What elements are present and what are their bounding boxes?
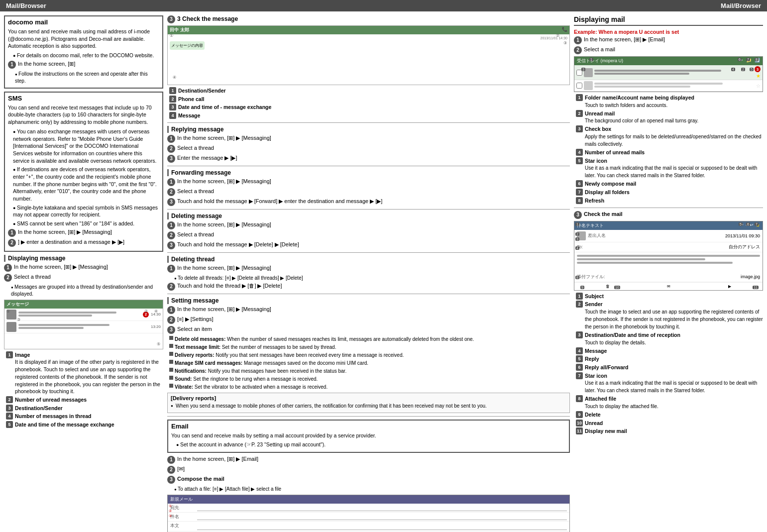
email-action-bar: 🗑 ✉ ▶ xyxy=(574,282,763,290)
attachment-row: 添付ファイル: image.jpg xyxy=(574,272,763,282)
check-ann-3: 3 Date and time of - message exchange xyxy=(169,104,570,111)
header-right-title: Mail/Browser xyxy=(721,2,761,9)
sms-bullet-4: SMS cannot be sent when "186" or "184" i… xyxy=(8,220,159,227)
to-row: To: 自分のアドレス xyxy=(574,242,763,252)
rep-step2-text: Select a thread xyxy=(177,145,214,151)
email-list-container: 受信トレイ (mopera U) ✏ 📁 🔄 3 xyxy=(574,56,763,92)
docomo-step1-detail: Follow the instructions on the screen an… xyxy=(8,71,159,85)
badge-num-5: ⑤ xyxy=(157,342,160,346)
sender-row: 差出人名 2013/11/01 09:30 xyxy=(574,230,763,242)
sq-icon-4 xyxy=(169,360,173,364)
compose-to-input[interactable] xyxy=(197,505,567,511)
rep-step1: 1 In the home screen, [⊞] ▶ [Messaging] xyxy=(167,135,570,143)
set-item-3: Delivery reports: Notify you that sent m… xyxy=(169,352,570,359)
mail-ann-7-label: Display all folders xyxy=(585,189,630,196)
delt-step1-sub: To delete all threads: [≡] ▶ [Delete all… xyxy=(167,275,570,282)
set-step1-text: In the home screen, [⊞] ▶ [Messaging] xyxy=(177,306,271,313)
mail-list-annotations: 1 Folder name/Account name being display… xyxy=(576,94,763,205)
compose-subject-label: 件名 xyxy=(170,514,195,520)
del-step3: 3 Touch and hold the message ▶ [Delete] … xyxy=(167,241,570,249)
compose-subject-input[interactable] xyxy=(197,514,567,520)
ann-dest-sender: 3 Destination/Sender xyxy=(6,405,163,412)
next-mail-action[interactable]: ▶ xyxy=(728,284,731,289)
sq-icon-sound xyxy=(169,376,173,380)
mail-ann-7: 7 Display all folders xyxy=(576,189,763,196)
email-bullet: Set the account in advance (☞P. 23 "Sett… xyxy=(171,441,566,448)
mail-ann-5-label: Star iconUse it as a mark indicating tha… xyxy=(585,157,763,180)
set-item-vibrate-text: Vibrate: Set the vibrator to be activate… xyxy=(175,384,328,391)
set-item-5: Notifications: Notify you that messages … xyxy=(169,368,570,375)
sms-timestamp: 2013/11/01 14:30 xyxy=(170,36,567,40)
del-step3-text: Touch and hold the message ▶ [Delete] ▶ … xyxy=(177,241,299,248)
ann-image: 1 Image It is displayed if an image of t… xyxy=(6,351,163,395)
set-step2-text: [≡] ▶ [Settings] xyxy=(177,316,214,322)
disp-step1-num: 1 xyxy=(4,264,12,272)
detail-badge-5: 5 xyxy=(739,222,743,226)
email-folder-name: 受信トレイ (mopera U) xyxy=(577,58,623,64)
divider-6 xyxy=(167,416,570,417)
del-step1-text: In the home screen, [⊞] ▶ [Messaging] xyxy=(177,221,271,228)
attachment-label: 添付ファイル: xyxy=(577,274,605,280)
email-star-2[interactable]: ☆ xyxy=(756,83,761,89)
to-value: 自分のアドレス xyxy=(729,244,760,250)
disp-step1-text: In the home screen, [⊞] ▶ [Messaging] xyxy=(14,264,108,270)
sms-screen-header: メッセージ xyxy=(4,300,163,309)
compose-header: 新規メール xyxy=(168,495,569,504)
docomo-step1: 1 In the home screen, [⊞] xyxy=(8,61,159,69)
disp-step2-num: 2 xyxy=(4,274,12,282)
sq-icon-3 xyxy=(169,352,173,356)
right-column: Displaying mail Example: When a mopera U… xyxy=(574,15,763,532)
del-step2-text: Select a thread xyxy=(177,231,214,237)
right-step3-text: Check the mail xyxy=(584,211,623,217)
sms-sender-name: 田中 太郎 xyxy=(170,27,189,33)
cmail-ann-5: 5 Reply xyxy=(576,355,763,363)
right-step2: 2 Select a mail xyxy=(574,46,763,54)
thread-msg-line-2 xyxy=(18,327,84,329)
cmail-ann-6-label: Reply all/Forward xyxy=(585,364,629,371)
right-badge-8: 8 xyxy=(755,58,759,61)
docomo-mail-desc: You can send and receive mails using mai… xyxy=(8,28,159,50)
detail-badge-10: 10 xyxy=(614,286,620,289)
right-step1-text: In the home screen, [⊞] ▶ [Email] xyxy=(584,36,665,43)
delete-action[interactable]: 🗑 xyxy=(606,284,610,289)
right-step1: 1 In the home screen, [⊞] ▶ [Email] xyxy=(574,36,763,44)
sms-bullet-2: If destinations are devices of overseas … xyxy=(8,166,159,202)
cmail-ann-11-label: Display new mail xyxy=(585,427,627,435)
divider-1 xyxy=(167,122,570,123)
divider-5 xyxy=(167,294,570,294)
cmail-ann-9-label: Delete xyxy=(585,411,601,419)
right-step3: 3 Check the mail xyxy=(574,211,763,219)
set-item-4-text: Manage SIM card messages: Manage message… xyxy=(175,360,368,367)
set-item-1-text: Delete old messages: When the number of … xyxy=(175,336,474,343)
mail-ann-3: 3 Check boxApply the settings for mails … xyxy=(576,125,763,148)
delivery-title: [Delivery reports] xyxy=(171,395,566,401)
page-content: docomo mail You can send and receive mai… xyxy=(0,11,767,532)
check-ann-4-label: Message xyxy=(178,112,200,119)
fwd-step1-text: In the home screen, [⊞] ▶ [Messaging] xyxy=(177,178,271,185)
cmail-ann-3-label: Destination/Date and time of receptionTo… xyxy=(585,331,680,346)
sms-detail-body: 2013/11/01 14:30 メッセージの内容 ① ② ③ ④ xyxy=(168,34,569,52)
set-step3: 3 Select an item xyxy=(167,326,570,334)
compose-body-input[interactable] xyxy=(197,523,567,530)
step-number-1: 1 xyxy=(8,61,16,69)
unread-action[interactable]: ✉ xyxy=(667,284,670,289)
divider-4 xyxy=(167,252,570,253)
set-item-1: Delete old messages: When the number of … xyxy=(169,336,570,343)
disp-step1-row: 1 In the home screen, [⊞] ▶ [Messaging] xyxy=(4,264,163,272)
set-item-vibrate: Vibrate: Set the vibrator to be activate… xyxy=(169,384,570,391)
mail-ann-3-label: Check boxApply the settings for mails to… xyxy=(585,125,763,148)
replying-title: Replying message xyxy=(167,126,570,133)
sms-title: SMS xyxy=(8,95,159,102)
fwd-step2-text: Select a thread xyxy=(177,188,214,194)
email-checkbox-2[interactable] xyxy=(576,83,582,89)
mail-ann-6: 6 Newly compose mail xyxy=(576,180,763,188)
right-badge-5: 5 xyxy=(750,68,754,71)
email-sender-line-1 xyxy=(594,70,721,72)
email-list-header: 受信トレイ (mopera U) ✏ 📁 🔄 xyxy=(574,57,763,65)
contact-avatar-2 xyxy=(6,322,16,332)
email-subject-line-1 xyxy=(594,73,689,75)
cmail-ann-7-label: Star iconUse it as a mark indicating tha… xyxy=(585,372,763,395)
set-item-3-text: Delivery reports: Notify you that sent m… xyxy=(175,352,404,359)
email-step2: 2 [✉] xyxy=(167,466,570,474)
email-star-1[interactable]: ★ xyxy=(756,73,761,79)
